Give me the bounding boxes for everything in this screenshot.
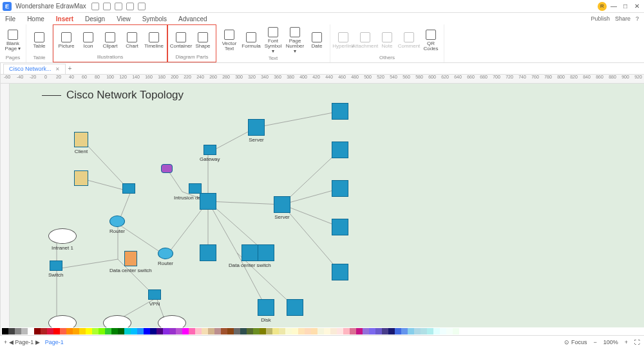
color-swatch[interactable] bbox=[156, 328, 163, 334]
tool-timeline[interactable]: Timeline bbox=[144, 26, 164, 54]
color-swatch[interactable] bbox=[169, 328, 176, 334]
color-swatch[interactable] bbox=[433, 328, 440, 334]
node-disk[interactable]: Disk bbox=[258, 299, 274, 323]
menu-insert[interactable]: Insert bbox=[56, 15, 73, 23]
color-swatch[interactable] bbox=[343, 328, 350, 334]
menu-view[interactable]: View bbox=[117, 15, 131, 23]
qat-undo-icon[interactable] bbox=[91, 3, 99, 10]
share-button[interactable]: Share bbox=[615, 15, 630, 22]
qat-save-icon[interactable] bbox=[115, 3, 122, 10]
node-r5[interactable] bbox=[332, 264, 348, 280]
node-gateway[interactable]: Gateway bbox=[200, 145, 220, 162]
fit-button[interactable]: ⛶ bbox=[634, 339, 640, 345]
color-swatch[interactable] bbox=[272, 328, 279, 334]
color-swatch[interactable] bbox=[86, 328, 92, 334]
color-swatch[interactable] bbox=[124, 328, 131, 334]
color-swatch[interactable] bbox=[66, 328, 73, 334]
tool-qr-codes[interactable]: QR Codes bbox=[421, 26, 441, 55]
color-swatch[interactable] bbox=[298, 328, 305, 334]
tab-add-button[interactable]: + bbox=[66, 65, 75, 72]
color-swatch[interactable] bbox=[408, 328, 414, 334]
color-swatch[interactable] bbox=[382, 328, 388, 334]
color-swatch[interactable] bbox=[111, 328, 118, 334]
tab-close-icon[interactable]: ✕ bbox=[55, 66, 60, 72]
node-router[interactable]: Router bbox=[109, 215, 125, 234]
color-swatch[interactable] bbox=[163, 328, 169, 334]
color-swatch[interactable] bbox=[214, 328, 221, 334]
color-swatch[interactable] bbox=[427, 328, 433, 334]
color-swatch[interactable] bbox=[247, 328, 253, 334]
color-swatch[interactable] bbox=[202, 328, 208, 334]
qat-more-icon[interactable] bbox=[138, 3, 146, 10]
node-dcs[interactable]: Data center switch bbox=[109, 251, 152, 273]
color-swatch[interactable] bbox=[330, 328, 337, 334]
page-nav[interactable]: + ◀ Page-1 ▶ bbox=[4, 339, 40, 345]
color-swatch[interactable] bbox=[414, 328, 421, 334]
node-server2[interactable]: Server bbox=[274, 196, 290, 220]
menu-design[interactable]: Design bbox=[85, 15, 105, 23]
menu-home[interactable]: Home bbox=[27, 15, 44, 23]
color-swatch[interactable] bbox=[144, 328, 150, 334]
color-swatch[interactable] bbox=[421, 328, 427, 334]
color-swatch[interactable] bbox=[221, 328, 227, 334]
publish-button[interactable]: Publish bbox=[591, 15, 610, 22]
node-switch[interactable]: Switch bbox=[48, 261, 64, 278]
color-swatch[interactable] bbox=[195, 328, 202, 334]
tool-date[interactable]: Date bbox=[307, 26, 327, 55]
color-swatch[interactable] bbox=[453, 328, 459, 334]
tool-formula[interactable]: Formula bbox=[241, 26, 261, 55]
tool-font-symbol-[interactable]: Font Symbol ▾ bbox=[263, 26, 283, 55]
canvas[interactable]: Cisco Network Topology ClientIntranet 1S… bbox=[10, 84, 644, 327]
node-client2[interactable] bbox=[74, 170, 88, 186]
color-swatch[interactable] bbox=[73, 328, 79, 334]
color-swatch[interactable] bbox=[21, 328, 28, 334]
node-router2[interactable]: Router bbox=[158, 248, 173, 266]
node-dc2b[interactable] bbox=[258, 244, 274, 261]
color-swatch[interactable] bbox=[317, 328, 324, 334]
color-swatch[interactable] bbox=[369, 328, 375, 334]
color-swatch[interactable] bbox=[292, 328, 298, 334]
node-dc2a[interactable] bbox=[200, 244, 216, 261]
tool-container[interactable]: Container bbox=[171, 26, 191, 54]
color-swatch[interactable] bbox=[131, 328, 137, 334]
color-swatch[interactable] bbox=[79, 328, 86, 334]
color-swatch[interactable] bbox=[8, 328, 15, 334]
node-server[interactable]: Server bbox=[248, 119, 265, 143]
tool-picture[interactable]: Picture bbox=[56, 26, 77, 54]
maximize-button[interactable]: □ bbox=[621, 3, 630, 10]
color-swatch[interactable] bbox=[176, 328, 182, 334]
color-swatch[interactable] bbox=[305, 328, 311, 334]
color-swatch[interactable] bbox=[118, 328, 124, 334]
color-swatch[interactable] bbox=[28, 328, 34, 334]
color-swatch[interactable] bbox=[47, 328, 53, 334]
node-intranet1[interactable]: Intranet 1 bbox=[48, 228, 77, 251]
color-swatch[interactable] bbox=[401, 328, 408, 334]
node-r4[interactable] bbox=[332, 219, 348, 235]
menu-symbols[interactable]: Symbols bbox=[142, 15, 167, 23]
close-button[interactable]: ✕ bbox=[632, 3, 641, 10]
qat-print-icon[interactable] bbox=[126, 3, 134, 10]
focus-button[interactable]: ⊙ Focus bbox=[564, 339, 587, 345]
node-disk2[interactable] bbox=[287, 299, 303, 316]
color-swatch[interactable] bbox=[363, 328, 369, 334]
tool-shape[interactable]: Shape bbox=[193, 26, 213, 54]
color-swatch[interactable] bbox=[375, 328, 382, 334]
color-swatch[interactable] bbox=[440, 328, 446, 334]
color-swatch[interactable] bbox=[324, 328, 330, 334]
page-label[interactable]: Page-1 bbox=[45, 339, 64, 345]
color-swatch[interactable] bbox=[350, 328, 356, 334]
color-swatch[interactable] bbox=[285, 328, 292, 334]
tool-page-number-[interactable]: Page Number ▾ bbox=[285, 26, 305, 55]
tool-vector-text[interactable]: Vector Text bbox=[219, 26, 240, 55]
node-r2[interactable] bbox=[332, 142, 348, 158]
tool-clipart[interactable]: Clipart bbox=[100, 26, 120, 54]
minimize-button[interactable]: — bbox=[609, 3, 618, 10]
color-swatch[interactable] bbox=[240, 328, 247, 334]
color-swatch[interactable] bbox=[41, 328, 47, 334]
tool-table[interactable]: Table bbox=[29, 26, 50, 55]
color-swatch[interactable] bbox=[234, 328, 240, 334]
node-core[interactable] bbox=[200, 193, 216, 210]
color-swatch[interactable] bbox=[227, 328, 234, 334]
color-swatch[interactable] bbox=[99, 328, 105, 334]
tool-icon[interactable]: Icon bbox=[78, 26, 99, 54]
